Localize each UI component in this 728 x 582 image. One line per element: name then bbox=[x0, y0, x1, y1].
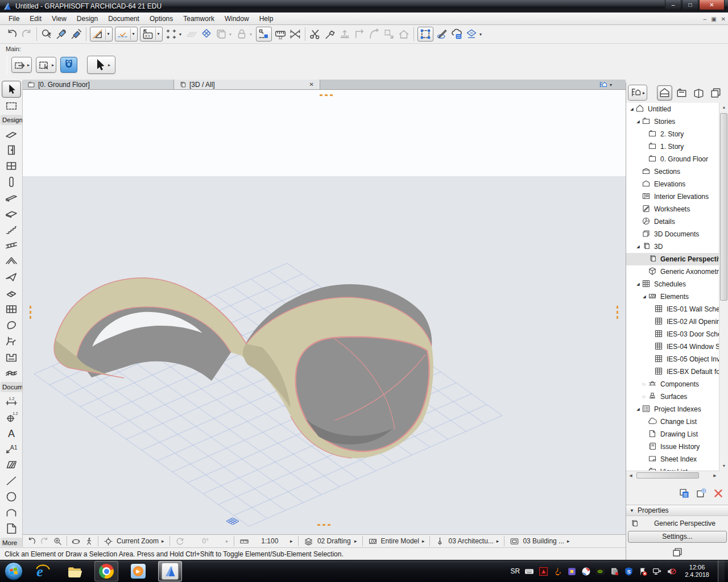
toolbar-grip[interactable] bbox=[7, 56, 7, 74]
flyout-arrow-icon[interactable]: ▸ bbox=[52, 63, 54, 68]
tray-adobe-reader-icon[interactable] bbox=[538, 566, 548, 576]
explore-button[interactable] bbox=[82, 535, 96, 547]
find-select-button[interactable] bbox=[39, 27, 54, 41]
tool-railing[interactable] bbox=[0, 238, 23, 253]
menu-help[interactable]: Help bbox=[254, 13, 279, 25]
tool-curtain-wall[interactable] bbox=[0, 301, 23, 317]
tray-nvidia-icon[interactable] bbox=[595, 566, 605, 576]
rotated-grid-button[interactable] bbox=[199, 27, 214, 41]
navigator-tab-layout-book[interactable] bbox=[691, 85, 706, 101]
tree-vertical-scrollbar[interactable]: ▲ ▼ bbox=[719, 103, 728, 471]
tab-close-icon[interactable]: ✕ bbox=[308, 81, 315, 88]
scroll-up-icon[interactable]: ▲ bbox=[719, 103, 728, 112]
pan-marker-bottom[interactable] bbox=[317, 524, 332, 526]
fillet-button[interactable] bbox=[367, 27, 382, 41]
toolbox-section-more[interactable]: More bbox=[1, 538, 22, 547]
magnet-button[interactable] bbox=[60, 57, 77, 73]
tree-item-schedules[interactable]: ◢Schedules bbox=[626, 278, 719, 290]
tree-item-view-list[interactable]: View List bbox=[626, 465, 719, 471]
menu-view[interactable]: View bbox=[47, 13, 72, 25]
orbit-button[interactable] bbox=[69, 535, 82, 547]
split-button[interactable] bbox=[308, 27, 322, 41]
tray-keyboard-icon[interactable] bbox=[524, 566, 534, 576]
suspend-groups-button[interactable]: ▾ bbox=[234, 27, 255, 41]
tree-item-3d[interactable]: ◢3D bbox=[626, 240, 719, 253]
tray-shield-s-icon[interactable]: S bbox=[623, 566, 634, 576]
marquee-select-button[interactable]: ▸ bbox=[36, 57, 56, 73]
settings-button[interactable]: Settings... bbox=[628, 531, 727, 543]
tray-app-sync-icon[interactable] bbox=[581, 566, 591, 576]
language-indicator[interactable]: SR bbox=[511, 567, 520, 575]
tree-item-ies-04-window-s[interactable]: IES-04 Window S bbox=[626, 340, 719, 353]
menu-teamwork[interactable]: Teamwork bbox=[178, 13, 220, 25]
tray-java-icon[interactable] bbox=[552, 566, 562, 576]
tray-volume-muted-icon[interactable] bbox=[666, 566, 676, 576]
tool-zone[interactable] bbox=[0, 349, 23, 365]
tree-item-1-story[interactable]: 1. Story bbox=[626, 140, 719, 153]
properties-section-header[interactable]: ▼ Properties bbox=[626, 505, 728, 516]
tree-item-ies-02-all-openin[interactable]: IES-02 All Openin bbox=[626, 315, 719, 328]
taskbar-app-windows-explorer[interactable] bbox=[63, 561, 86, 581]
navigator-tab-view-map[interactable] bbox=[674, 85, 689, 101]
nav-forward-button[interactable] bbox=[38, 535, 51, 547]
nav-back-button[interactable] bbox=[25, 535, 38, 547]
project-chooser-button[interactable]: ▸ bbox=[628, 85, 647, 101]
guide-lines-button[interactable]: ▾ bbox=[90, 27, 113, 41]
tree-item-project-indexes[interactable]: ◢Project Indexes bbox=[626, 403, 719, 415]
toolbox-section-design[interactable]: Design bbox=[1, 115, 22, 125]
stretch-button[interactable] bbox=[288, 27, 303, 41]
tree-item-change-list[interactable]: Change List bbox=[626, 415, 719, 428]
menu-window[interactable]: Window bbox=[220, 13, 254, 25]
tree-item-3d-documents[interactable]: 3D Documents bbox=[626, 228, 719, 240]
flyout-arrow-icon[interactable]: ▸ bbox=[497, 538, 499, 544]
favorites-button[interactable] bbox=[449, 27, 464, 41]
show-desktop-button[interactable] bbox=[718, 560, 725, 582]
skewed-grid-button[interactable] bbox=[184, 27, 199, 41]
tree-item-ies-05-object-inv[interactable]: IES-05 Object Inv bbox=[626, 353, 719, 365]
tool-stair[interactable] bbox=[0, 222, 23, 238]
start-button[interactable] bbox=[5, 562, 23, 580]
measure-button[interactable]: 12 bbox=[273, 27, 288, 41]
frame-box-button[interactable]: ▾ bbox=[214, 27, 234, 41]
tree-item-elements[interactable]: ◢Elements bbox=[626, 290, 719, 303]
tool-wall[interactable] bbox=[0, 126, 23, 142]
tray-app-pages-icon[interactable] bbox=[609, 566, 619, 576]
pan-marker-top[interactable] bbox=[320, 94, 334, 96]
tool-arrow[interactable] bbox=[2, 81, 21, 98]
tray-action-flag-icon[interactable] bbox=[638, 566, 648, 576]
tree-item-details[interactable]: Details bbox=[626, 215, 719, 228]
tool-shell[interactable] bbox=[0, 269, 23, 285]
toolbox-section-document[interactable]: Document bbox=[1, 382, 22, 392]
mdi-close-icon[interactable]: ✕ bbox=[721, 16, 726, 22]
vscroll-thumb[interactable] bbox=[720, 113, 727, 301]
menu-document[interactable]: Document bbox=[103, 13, 144, 25]
redo-button[interactable] bbox=[19, 27, 34, 41]
layers-control[interactable]: 02 Drafting▸ bbox=[301, 535, 360, 547]
tree-item-untitled[interactable]: ◢Untitled bbox=[626, 103, 719, 115]
viewport-3d[interactable] bbox=[23, 90, 626, 534]
tool-dimension[interactable]: 1.2 bbox=[0, 393, 23, 409]
cascade-windows-icon[interactable] bbox=[672, 547, 683, 558]
tool-skylight[interactable] bbox=[0, 285, 23, 301]
tree-item-stories[interactable]: ◢Stories bbox=[626, 115, 719, 128]
adjust-button[interactable] bbox=[322, 27, 337, 41]
tree-item-2-story[interactable]: 2. Story bbox=[626, 128, 719, 140]
resize-button[interactable] bbox=[382, 27, 396, 41]
dropdown-arrow-icon[interactable]: ▾ bbox=[610, 82, 612, 88]
grid-snap-button[interactable]: ▾ bbox=[164, 27, 184, 41]
inject-parameters-button[interactable] bbox=[69, 27, 84, 41]
scroll-right-icon[interactable]: ▶ bbox=[710, 471, 719, 480]
taskbar-app-internet-explorer[interactable]: e bbox=[31, 561, 55, 581]
tree-item-generic-perspective[interactable]: Generic Perspective bbox=[626, 253, 719, 265]
mdi-minimize-icon[interactable]: – bbox=[704, 16, 707, 22]
taskbar-app-archicad[interactable] bbox=[158, 561, 182, 581]
tool-window[interactable] bbox=[0, 158, 23, 174]
model-view-options-control[interactable]: 03 Building ...▸ bbox=[507, 535, 572, 547]
navigator-tab-project-map[interactable] bbox=[657, 85, 672, 101]
pan-marker-right[interactable] bbox=[617, 306, 618, 321]
expand-arrow-icon[interactable]: ◢ bbox=[635, 119, 642, 124]
tree-item-sections[interactable]: Sections bbox=[626, 165, 719, 178]
tool-line[interactable] bbox=[0, 473, 23, 489]
flyout-arrow-icon[interactable]: ▸ bbox=[108, 63, 110, 68]
tool-slab[interactable] bbox=[0, 206, 23, 222]
